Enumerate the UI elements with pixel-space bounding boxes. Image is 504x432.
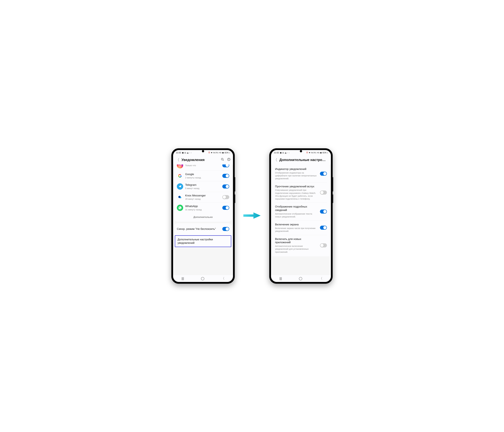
app-sub: 2 минуты назад (185, 176, 220, 179)
app-name: Google (185, 172, 220, 176)
app-name: Telegram (185, 183, 220, 187)
settings-card: Индикатор уведомлений Отображение индика… (272, 164, 329, 256)
app-sub: 28 минут назад (185, 198, 220, 200)
page-title: Уведомления (181, 158, 218, 162)
back-button[interactable]: 〈 (274, 157, 277, 162)
arrow-icon (243, 209, 261, 223)
toggle-sync-dnd[interactable] (222, 227, 229, 231)
status-time: 21:02 (274, 152, 279, 154)
app-row-instagram[interactable]: Только что (175, 164, 232, 171)
header: 〈 Уведомления (173, 155, 233, 164)
navbar: ||| ◯ 〈 (173, 275, 233, 282)
svg-point-9 (180, 197, 181, 198)
setting-read-aloud[interactable]: Прочтение уведомлений вслух Озвучивание … (272, 182, 329, 203)
advanced-settings-row[interactable]: Дополнительные настройки уведомлений (175, 235, 231, 247)
phone-right: 21:02 ▣ ◎ ☁ ⏰ ✱ VoLTE1 4G ▮▮ 41% ▯ 〈 Доп… (269, 148, 333, 284)
app-sub: Только что (185, 164, 220, 167)
sync-title: Синхр. режим "Не беспокоить" (177, 227, 220, 231)
toggle-instagram[interactable] (222, 164, 229, 167)
setting-indicator[interactable]: Индикатор уведомлений Отображение индика… (272, 165, 329, 182)
volte-icon: VoLTE1 (213, 152, 218, 153)
toggle-knox[interactable] (222, 195, 229, 199)
knox-icon (177, 194, 183, 200)
status-dots (189, 152, 192, 154)
status-icons-left: ▣ ◎ ☁ (280, 152, 287, 154)
front-camera (300, 150, 302, 152)
app-row-knox[interactable]: Knox Messenger 28 минут назад (175, 192, 232, 202)
svg-point-6 (180, 165, 180, 166)
volte-icon: VoLTE1 (311, 152, 316, 153)
setting-sub: Автоматическое включение уведомлений для… (275, 245, 317, 253)
status-dots (288, 152, 290, 154)
toggle-telegram[interactable] (222, 184, 229, 189)
setting-details[interactable]: Отображение подробных сведений Автоматич… (272, 203, 329, 220)
toggle-new-apps[interactable] (320, 243, 327, 247)
toggle-google[interactable] (222, 174, 229, 178)
nav-back[interactable]: 〈 (221, 276, 225, 281)
more-button[interactable]: Дополнительно (175, 213, 232, 221)
search-icon[interactable] (221, 158, 224, 162)
signal-icon: ▮▮ (222, 152, 224, 154)
apps-card: Только что Google 2 минуты назад (175, 164, 232, 222)
header: 〈 Дополнительные настро… (271, 155, 331, 164)
bluetooth-icon: ✱ (211, 152, 212, 154)
signal-icon: ▮▮ (320, 152, 322, 154)
setting-title: Отображение подробных сведений (275, 205, 317, 212)
toggle-details[interactable] (320, 209, 327, 214)
svg-marker-10 (243, 212, 261, 219)
setting-sub: Автоматическое отображение текста новых … (275, 212, 317, 218)
toggle-screen-on[interactable] (320, 226, 327, 230)
status-time: 21:02 (176, 152, 181, 154)
app-sub: 31 минуту назад (185, 208, 220, 211)
phone-left: 21:02 ▣ ◎ ☁ ⏰ ✱ VoLTE1 4G ▮▮ 41% ▯ 〈 Уве… (171, 148, 235, 284)
navbar: ||| ◯ 〈 (271, 275, 331, 282)
back-button[interactable]: 〈 (176, 157, 180, 162)
setting-sub: Включение экрана часов при получении уве… (275, 227, 317, 233)
sync-dnd-row[interactable]: Синхр. режим "Не беспокоить" (175, 224, 232, 234)
setting-screen-on[interactable]: Включение экрана Включение экрана часов … (272, 220, 329, 235)
app-name: WhatsApp (185, 205, 220, 208)
bluetooth-icon: ✱ (309, 152, 310, 154)
setting-title: Прочтение уведомлений вслух (275, 185, 317, 188)
app-row-google[interactable]: Google 2 минуты назад (175, 171, 232, 181)
content[interactable]: Индикатор уведомлений Отображение индика… (271, 164, 331, 275)
screen-left: 21:02 ▣ ◎ ☁ ⏰ ✱ VoLTE1 4G ▮▮ 41% ▯ 〈 Уве… (173, 150, 233, 282)
toggle-indicator[interactable] (320, 172, 327, 176)
battery-icon: ▯ (229, 152, 230, 154)
google-icon (177, 173, 183, 179)
network-icon: 4G (219, 152, 221, 153)
svg-line-1 (223, 160, 224, 161)
app-row-whatsapp[interactable]: WhatsApp 31 минуту назад (175, 202, 232, 213)
battery-pct: 41% (225, 152, 229, 154)
nav-recents[interactable]: ||| (182, 277, 184, 280)
toggle-read-aloud[interactable] (320, 190, 327, 195)
setting-title: Включать для новых приложений (275, 237, 317, 244)
screen-right: 21:02 ▣ ◎ ☁ ⏰ ✱ VoLTE1 4G ▮▮ 41% ▯ 〈 Доп… (271, 150, 331, 282)
nav-home[interactable]: ◯ (201, 277, 205, 280)
setting-title: Включение экрана (275, 223, 317, 226)
setting-sub: Озвучивание уведомлений при подключении … (275, 189, 317, 200)
battery-pct: 41% (322, 152, 326, 154)
telegram-icon (177, 183, 183, 190)
advanced-title: Дополнительные настройки уведомлений (178, 238, 229, 245)
whatsapp-icon (177, 205, 183, 211)
content[interactable]: Только что Google 2 минуты назад (173, 164, 233, 275)
status-icons-left: ▣ ◎ ☁ (182, 152, 189, 154)
setting-title: Индикатор уведомлений (275, 167, 317, 171)
alarm-icon: ⏰ (208, 152, 210, 154)
info-icon[interactable] (227, 158, 230, 162)
svg-point-0 (221, 158, 223, 160)
instagram-icon (177, 164, 183, 169)
app-row-telegram[interactable]: Telegram 5 минут назад (175, 181, 232, 192)
nav-recents[interactable]: ||| (279, 277, 282, 280)
svg-point-4 (229, 159, 229, 159)
nav-home[interactable]: ◯ (299, 277, 302, 280)
front-camera (202, 150, 204, 152)
network-icon: 4G (317, 152, 319, 153)
page-title: Дополнительные настро… (279, 158, 328, 162)
battery-icon: ▯ (327, 152, 328, 154)
setting-new-apps[interactable]: Включать для новых приложений Автоматиче… (272, 235, 329, 256)
toggle-whatsapp[interactable] (222, 206, 229, 210)
nav-back[interactable]: 〈 (319, 276, 322, 281)
app-name: Knox Messenger (185, 194, 220, 197)
